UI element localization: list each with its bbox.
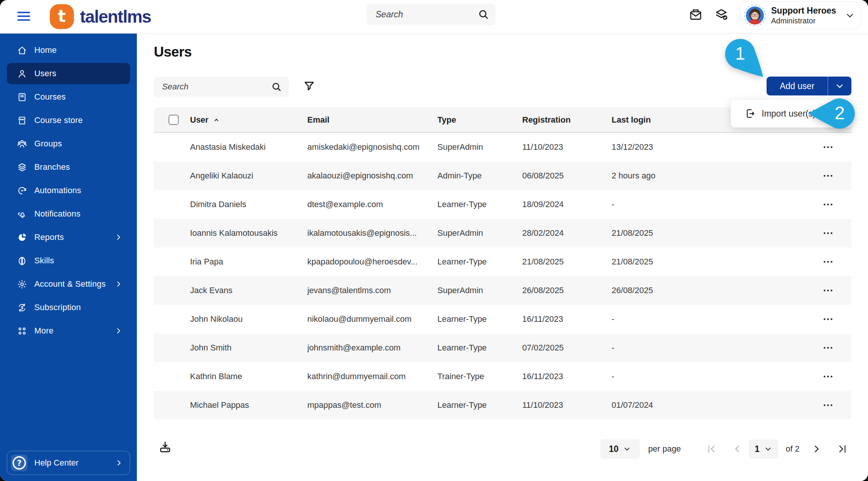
sidebar-item-automations[interactable]: Automations bbox=[7, 180, 130, 201]
sidebar-item-branches[interactable]: Branches bbox=[7, 157, 130, 178]
sidebar-item-reports[interactable]: Reports bbox=[7, 227, 130, 248]
cell-last_login: - bbox=[612, 343, 810, 353]
cell-registration: 16/11/2023 bbox=[522, 372, 612, 381]
column-header-type[interactable]: Type bbox=[437, 115, 522, 125]
column-header-email[interactable]: Email bbox=[307, 115, 437, 125]
cell-email: kpapadopoulou@heroesdev... bbox=[307, 257, 437, 267]
sidebar-item-groups[interactable]: Groups bbox=[7, 133, 130, 154]
help-center-button[interactable]: ? Help Center bbox=[7, 451, 130, 475]
branches-icon bbox=[17, 162, 27, 172]
cell-last_login: 2 hours ago bbox=[612, 171, 810, 181]
cell-last_login: - bbox=[612, 200, 810, 209]
row-actions-menu-button[interactable] bbox=[820, 313, 836, 325]
annotation-step-1: 1 bbox=[725, 39, 764, 78]
table-row: Ioannis Kalamotousakisikalamotousakis@ep… bbox=[154, 219, 851, 247]
messages-icon[interactable] bbox=[689, 8, 703, 22]
svg-text:?: ? bbox=[17, 458, 21, 468]
sidebar-item-home[interactable]: Home bbox=[7, 40, 130, 61]
cell-type: Learner-Type bbox=[437, 200, 522, 209]
cell-email: nikolaou@dummyemail.com bbox=[307, 314, 437, 324]
row-actions-cell bbox=[810, 371, 851, 382]
sidebar-item-label: Users bbox=[34, 69, 56, 78]
global-search bbox=[367, 4, 495, 25]
groups-icon bbox=[17, 139, 27, 149]
subscription-icon: $ bbox=[17, 303, 27, 313]
chevron-down-icon[interactable] bbox=[845, 11, 855, 20]
sidebar-item-course-store[interactable]: Course store bbox=[7, 110, 130, 131]
chevron-right-icon bbox=[114, 327, 123, 335]
last-page-button[interactable] bbox=[837, 443, 848, 455]
cell-type: Learner-Type bbox=[437, 314, 522, 324]
add-user-button[interactable]: Add user bbox=[767, 77, 828, 95]
row-actions-menu-button[interactable] bbox=[820, 285, 836, 296]
sidebar-item-label: Skills bbox=[34, 256, 54, 266]
row-actions-menu-button[interactable] bbox=[820, 227, 836, 239]
chevron-down-icon bbox=[835, 81, 845, 91]
sidebar-item-skills[interactable]: Skills bbox=[7, 250, 130, 271]
row-actions-menu-button[interactable] bbox=[820, 199, 836, 210]
cell-email: dtest@example.com bbox=[307, 200, 437, 209]
column-header-user[interactable]: User bbox=[190, 115, 307, 125]
cell-name: John Smith bbox=[190, 343, 307, 353]
table-row: Anastasia Miskedakiamiskedaki@epignosish… bbox=[154, 133, 851, 161]
cell-registration: 18/09/2024 bbox=[522, 200, 612, 209]
sidebar-item-label: Subscription bbox=[34, 303, 81, 312]
cell-last_login: 01/07/2024 bbox=[612, 400, 810, 410]
sidebar-item-account-settings[interactable]: Account & Settings bbox=[7, 274, 130, 295]
next-page-button[interactable] bbox=[811, 443, 822, 455]
cell-registration: 28/02/2024 bbox=[522, 228, 612, 238]
sidebar-item-users[interactable]: Users bbox=[7, 63, 130, 84]
sidebar-item-notifications[interactable]: Notifications bbox=[7, 203, 130, 224]
global-search-input[interactable] bbox=[367, 4, 495, 25]
previous-page-button[interactable] bbox=[732, 443, 743, 455]
add-user-split-button: Add user bbox=[767, 77, 851, 95]
page-select[interactable]: 1 bbox=[749, 439, 778, 459]
row-actions-menu-button[interactable] bbox=[820, 342, 836, 353]
chevron-right-icon bbox=[115, 459, 123, 467]
cell-registration: 21/08/2025 bbox=[522, 257, 612, 267]
row-actions-menu-button[interactable] bbox=[820, 141, 836, 153]
first-page-button[interactable] bbox=[706, 443, 717, 455]
cell-email: mpappas@test.com bbox=[307, 400, 437, 410]
add-user-dropdown-toggle[interactable] bbox=[828, 77, 851, 95]
cell-email: jevans@talentlms.com bbox=[307, 286, 437, 295]
select-all-checkbox[interactable] bbox=[169, 115, 179, 125]
sidebar-item-label: Groups bbox=[34, 139, 62, 149]
sort-ascending-icon[interactable] bbox=[212, 116, 221, 124]
filter-icon[interactable] bbox=[302, 79, 316, 93]
table-row: John Nikolaounikolaou@dummyemail.comLear… bbox=[154, 305, 851, 333]
course-stack-icon[interactable] bbox=[714, 8, 728, 22]
profile-role: Administrator bbox=[771, 17, 836, 25]
column-header-registration[interactable]: Registration bbox=[522, 115, 612, 125]
users-page: Users Add user Import user(s) 1 2 bbox=[137, 34, 868, 481]
download-icon[interactable] bbox=[158, 440, 172, 454]
cell-email: amiskedaki@epignosishq.com bbox=[307, 142, 437, 152]
pagination: 10 per page 1 of 2 bbox=[600, 439, 848, 459]
annotation-number-2: 2 bbox=[835, 103, 845, 123]
per-page-select[interactable]: 10 bbox=[600, 439, 640, 459]
profile-menu[interactable]: Support Heroes Administrator bbox=[740, 2, 861, 29]
users-search-input[interactable] bbox=[154, 77, 289, 97]
sidebar-item-subscription[interactable]: $Subscription bbox=[7, 297, 130, 318]
cell-email: ikalamotousakis@epignosis... bbox=[307, 228, 437, 238]
row-actions-menu-button[interactable] bbox=[820, 170, 836, 181]
row-actions-menu-button[interactable] bbox=[820, 400, 836, 411]
sidebar-item-courses[interactable]: Courses bbox=[7, 86, 130, 108]
annotation-step-2: 2 bbox=[808, 98, 855, 129]
row-actions-menu-button[interactable] bbox=[820, 371, 836, 382]
sidebar-item-label: Home bbox=[34, 45, 57, 55]
sidebar-item-label: Course store bbox=[34, 115, 83, 125]
row-actions-menu-button[interactable] bbox=[820, 256, 836, 267]
table-row: Kathrin Blamekathrin@dummyemail.comTrain… bbox=[154, 362, 851, 391]
users-icon bbox=[17, 69, 27, 79]
search-icon[interactable] bbox=[477, 8, 489, 20]
cell-last_login: 21/08/2025 bbox=[612, 257, 810, 267]
courses-icon bbox=[17, 92, 27, 102]
sidebar-item-more[interactable]: More bbox=[7, 320, 130, 341]
sidebar-item-label: Reports bbox=[34, 232, 64, 242]
table-row: Iria Papakpapadopoulou@heroesdev...Learn… bbox=[154, 247, 851, 276]
settings-icon bbox=[17, 279, 27, 289]
talentlms-logo[interactable]: t talentlms bbox=[50, 4, 151, 29]
search-icon[interactable] bbox=[271, 81, 282, 92]
hamburger-menu-icon[interactable] bbox=[17, 12, 32, 23]
